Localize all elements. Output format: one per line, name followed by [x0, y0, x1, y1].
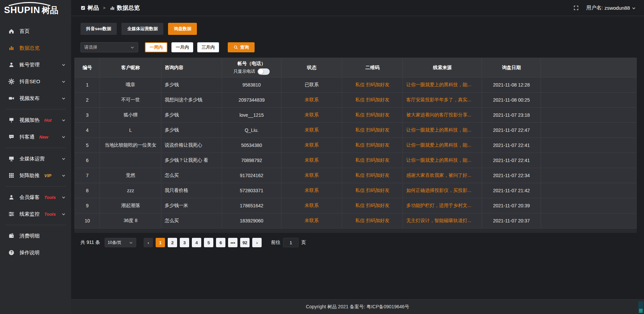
next-page-button[interactable]: ›: [252, 238, 262, 247]
tab[interactable]: 抖音seo数据: [80, 23, 117, 35]
lead-source-cell[interactable]: 让你一眼就爱上的黑科技，能...: [403, 153, 482, 168]
search-icon: [233, 45, 238, 50]
lead-source-cell[interactable]: 让你一眼就爱上的黑科技，能...: [403, 123, 482, 138]
sidebar-item[interactable]: 账号管理: [0, 56, 71, 73]
lead-source-cell[interactable]: 客厅安装投影半年多了，真实...: [403, 93, 482, 108]
table-row: 10 36度 8 怎么买 183929060 未联系 私信 扫码加好友 无主灯设…: [75, 213, 637, 228]
qr-actions-cell[interactable]: 私信 扫码加好友: [342, 77, 403, 93]
lead-source-cell[interactable]: 被大家追着问的客厅投影分享...: [403, 108, 482, 123]
sidebar-item[interactable]: 会员爆客 Tools: [0, 189, 71, 206]
lead-source-cell[interactable]: 无主灯设计，智能磁吸轨道灯...: [403, 213, 482, 228]
account-select[interactable]: 请选择: [80, 42, 138, 52]
sidebar-item[interactable]: 抖音SEO: [0, 73, 71, 90]
row-index-cell: 8: [75, 183, 100, 198]
breadcrumb: 树品 > 数据总览: [80, 4, 140, 12]
row-index-cell: 4: [75, 123, 100, 138]
qr-actions-cell[interactable]: 私信 扫码加好友: [342, 168, 403, 183]
page-number-button[interactable]: 6: [216, 238, 225, 247]
sidebar-divider: [5, 225, 66, 225]
sidebar-item-label: 线索监控: [19, 211, 40, 217]
sidebar-item[interactable]: ? 操作说明: [0, 244, 71, 261]
col-header-qr: 二维码: [342, 58, 403, 77]
sidebar-item-label: 矩阵助推: [19, 172, 40, 179]
lead-source-cell[interactable]: 多功能护栏灯，适用于乡村文...: [403, 198, 482, 213]
empty-cell: [541, 168, 637, 183]
page-number-button[interactable]: 4: [192, 238, 201, 247]
table-row: 6 多少钱？让我死心 看 70898792 未联系 私信 扫码加好友 让你一眼就…: [75, 153, 637, 168]
account-cell: 183929060: [222, 213, 281, 228]
sidebar-item[interactable]: 数据总览: [0, 40, 71, 56]
page-size-select[interactable]: 10条/页: [105, 238, 136, 247]
empty-cell: [541, 77, 637, 93]
bar-chart-icon: [110, 5, 115, 11]
sidebar-item[interactable]: 视频发布: [0, 90, 71, 107]
select-placeholder: 请选择: [84, 44, 97, 50]
date-range-button[interactable]: 一周内: [145, 42, 167, 52]
sidebar-item[interactable]: 抖客通 New: [0, 128, 71, 145]
qr-actions-cell[interactable]: 私信 扫码加好友: [342, 198, 403, 213]
lead-source-cell[interactable]: 让你一眼就爱上的黑科技，能...: [403, 138, 482, 153]
inquiry-date-cell: 2021-11-07 22:41: [482, 153, 541, 168]
tab[interactable]: 全媒体运营数据: [121, 23, 163, 35]
sidebar-item[interactable]: 视频加热 Hot: [0, 112, 71, 128]
inquiry-content-cell: 怎么买: [161, 213, 222, 228]
qr-actions-cell[interactable]: 私信 扫码加好友: [342, 93, 403, 108]
qr-actions-cell[interactable]: 私信 扫码加好友: [342, 183, 403, 198]
sidebar: SHUPIN树品 首页 数据总览: [0, 0, 71, 314]
sidebar-divider: [5, 186, 66, 187]
lead-source-cell[interactable]: 如何正确选择投影仪，买投影...: [403, 183, 482, 198]
col-header-account: 帐号（电话） 只显示电话: [222, 58, 281, 77]
sidebar-item[interactable]: 矩阵助推 VIP: [0, 167, 71, 184]
chevron-down-icon: [130, 45, 135, 50]
bar-chart-icon: [8, 45, 15, 51]
sidebar-item[interactable]: 首页: [0, 23, 71, 40]
sidebar-item[interactable]: 全媒体运营: [0, 150, 71, 167]
tab[interactable]: 询盘数据: [168, 23, 197, 35]
date-range-group: 一周内 一月内 三月内: [145, 42, 219, 52]
page-number-button[interactable]: 1: [156, 238, 165, 247]
sidebar-item-badge: New: [39, 135, 48, 140]
lead-source-cell[interactable]: 感谢大家喜欢我家，被问了好...: [403, 168, 482, 183]
user-menu[interactable]: 用户名: zswodun88: [586, 5, 636, 11]
row-index-cell: 10: [75, 213, 100, 228]
gear-icon: [8, 78, 15, 85]
page-number-button[interactable]: •••: [228, 238, 237, 247]
qr-actions-cell[interactable]: 私信 扫码加好友: [342, 213, 403, 228]
inquiry-date-cell: 2021-11-08 12:28: [482, 77, 541, 93]
nickname-cell: 36度 8: [100, 213, 161, 228]
page-number-button[interactable]: 3: [180, 238, 189, 247]
query-button[interactable]: 查询: [228, 42, 255, 52]
goto-label: 前往: [271, 240, 280, 246]
breadcrumb-current[interactable]: 数据总览: [110, 4, 140, 12]
member-icon: [8, 194, 15, 201]
qr-actions-cell[interactable]: 私信 扫码加好友: [342, 153, 403, 168]
nickname-cell: [100, 153, 161, 168]
status-cell: 未联系: [281, 183, 342, 198]
goto-page-input[interactable]: [283, 238, 299, 247]
date-range-button[interactable]: 一月内: [171, 42, 193, 52]
status-cell: 未联系: [281, 123, 342, 138]
prev-page-button[interactable]: ‹: [144, 238, 153, 247]
page-number-button[interactable]: 2: [168, 238, 177, 247]
floating-helper-widget[interactable]: [638, 301, 643, 313]
date-range-button[interactable]: 三月内: [197, 42, 219, 52]
sidebar-item[interactable]: 线索监控 Tools: [0, 206, 71, 222]
empty-cell: [541, 198, 637, 213]
page-number-button[interactable]: 5: [204, 238, 213, 247]
breadcrumb-home[interactable]: 树品: [80, 4, 99, 12]
qr-actions-cell[interactable]: 私信 扫码加好友: [342, 138, 403, 153]
phone-only-toggle[interactable]: [258, 68, 270, 75]
page-number-button[interactable]: 92: [240, 238, 250, 247]
page-number-list: 1 2 3 4 5 6 •••: [156, 238, 250, 247]
lead-source-cell[interactable]: 让你一眼就爱上的黑科技，能...: [403, 77, 482, 93]
fullscreen-icon[interactable]: [573, 5, 579, 11]
account-cell: 2097344839: [222, 93, 281, 108]
inquiry-date-cell: 2021-11-07 21:42: [482, 183, 541, 198]
table-row: 8 zzz 我只看价格 572803371 未联系 私信 扫码加好友 如何正确选…: [75, 183, 637, 198]
qr-actions-cell[interactable]: 私信 扫码加好友: [342, 108, 403, 123]
chevron-down-icon: [61, 135, 66, 139]
qr-actions-cell[interactable]: 私信 扫码加好友: [342, 123, 403, 138]
status-cell: 未联系: [281, 213, 342, 228]
status-cell: 未联系: [281, 93, 342, 108]
sidebar-item[interactable]: 消费明细: [0, 227, 71, 244]
